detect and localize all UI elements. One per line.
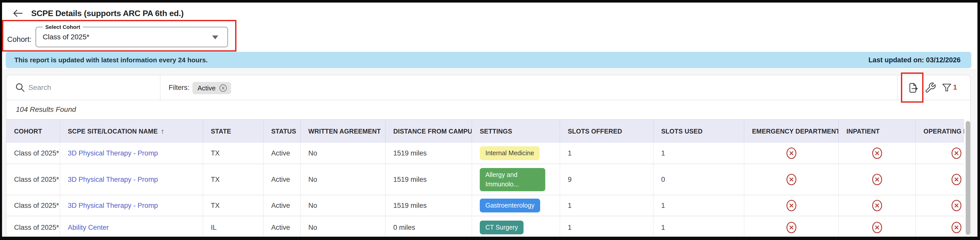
last-updated-label: Last updated on: 03/12/2026 <box>869 56 961 64</box>
setting-chip: Internal Medicine <box>480 146 539 160</box>
setting-chip: Gastroenterology <box>480 199 540 212</box>
cell-distance: 1519 miles <box>386 195 472 216</box>
info-bar-message: This report is updated with latest infor… <box>14 56 208 64</box>
sort-ascending-icon: ↑ <box>161 127 164 135</box>
col-header-settings[interactable]: SETTINGS <box>472 120 560 143</box>
col-header-status[interactable]: STATUS <box>264 120 301 143</box>
cell-distance: 0 miles <box>386 216 472 237</box>
cell-emergency-department <box>745 195 839 216</box>
search-icon <box>15 82 25 93</box>
cell-written-agreement: No <box>301 216 386 237</box>
back-button[interactable] <box>12 9 24 17</box>
cell-slots-offered: 1 <box>560 195 654 216</box>
cell-distance: 1519 miles <box>386 143 472 164</box>
circle-x-icon <box>871 146 883 160</box>
circle-x-icon <box>871 221 883 234</box>
circle-x-icon <box>951 199 963 212</box>
cell-emergency-department <box>745 216 839 237</box>
cell-state: TX <box>203 195 264 216</box>
col-header-cohort[interactable]: COHORT <box>6 120 60 143</box>
col-header-distance[interactable]: DISTANCE FROM CAMPUS <box>386 120 472 143</box>
cell-slots-used: 1 <box>654 216 745 237</box>
left-arrow-icon <box>12 9 24 17</box>
cohort-select-dropdown[interactable]: Select Cohort Class of 2025* <box>35 27 228 47</box>
setting-chip: CT Surgery <box>480 221 523 234</box>
circle-x-icon <box>786 146 797 160</box>
col-header-site-name[interactable]: SCPE SITE/LOCATION NAME ↑ <box>60 120 203 143</box>
toolbar-divider <box>160 75 161 100</box>
filters-label: Filters: <box>169 84 189 92</box>
table-row: Class of 2025* 3D Physical Therapy - Pro… <box>6 195 964 216</box>
table-header-row: COHORT SCPE SITE/LOCATION NAME ↑ STATE S… <box>6 119 964 143</box>
cell-slots-offered: 9 <box>560 164 654 195</box>
table-row: Class of 2025* 3D Physical Therapy - Pro… <box>6 164 964 195</box>
vertical-scrollbar[interactable] <box>966 121 970 235</box>
site-name-link[interactable]: 3D Physical Therapy - Promp <box>68 202 158 210</box>
cell-slots-used: 0 <box>654 164 745 195</box>
cell-operating-room <box>916 143 964 164</box>
circle-x-icon <box>786 173 797 186</box>
col-header-inpatient[interactable]: INPATIENT <box>839 120 916 143</box>
cell-slots-used: 1 <box>654 195 745 216</box>
cell-emergency-department <box>745 164 839 195</box>
scpe-table: COHORT SCPE SITE/LOCATION NAME ↑ STATE S… <box>6 119 964 237</box>
table-row: Class of 2025* 3D Physical Therapy - Pro… <box>6 143 964 164</box>
cell-state: IL <box>203 216 264 237</box>
circle-x-icon <box>951 221 963 234</box>
search-input[interactable] <box>29 75 151 100</box>
cell-inpatient <box>839 164 916 195</box>
cell-state: TX <box>203 164 264 195</box>
site-name-link[interactable]: 3D Physical Therapy - Promp <box>68 149 158 157</box>
cell-operating-room <box>916 195 964 216</box>
col-header-emergency-department[interactable]: EMERGENCY DEPARTMENT <box>745 120 839 143</box>
cell-written-agreement: No <box>301 143 386 164</box>
cell-status: Active <box>264 216 301 237</box>
cell-status: Active <box>264 195 301 216</box>
setting-chip: Allergy and Immunolo... <box>480 168 545 191</box>
page-title: SCPE Details (supports ARC PA 6th ed.) <box>31 9 184 18</box>
site-name-link[interactable]: 3D Physical Therapy - Promp <box>68 176 158 183</box>
cell-emergency-department <box>745 143 839 164</box>
circle-x-icon <box>786 221 797 234</box>
col-header-written-agreement[interactable]: WRITTEN AGREEMENT <box>301 120 386 143</box>
cell-cohort: Class of 2025* <box>6 143 60 164</box>
col-header-state[interactable]: STATE <box>203 120 264 143</box>
cell-operating-room <box>916 216 964 237</box>
cell-inpatient <box>839 216 916 237</box>
circle-x-icon <box>871 199 883 212</box>
remove-filter-icon[interactable] <box>219 84 228 92</box>
export-icon[interactable] <box>907 82 919 94</box>
circle-x-icon <box>951 146 963 160</box>
app-window: SCPE Details (supports ARC PA 6th ed.) C… <box>2 3 977 237</box>
cell-slots-offered: 1 <box>560 216 654 237</box>
col-header-slots-used[interactable]: SLOTS USED <box>654 120 745 143</box>
cell-operating-room <box>916 164 964 195</box>
info-bar: This report is updated with latest infor… <box>6 52 971 68</box>
wrench-icon[interactable] <box>924 82 936 94</box>
circle-x-icon <box>786 199 797 212</box>
cohort-label: Cohort: <box>7 35 32 44</box>
cell-written-agreement: No <box>301 195 386 216</box>
circle-x-icon <box>871 173 883 186</box>
col-header-slots-offered[interactable]: SLOTS OFFERED <box>560 120 654 143</box>
title-bar: SCPE Details (supports ARC PA 6th ed.) <box>12 6 184 21</box>
filter-chip-active[interactable]: Active <box>192 82 231 94</box>
filter-chip-label: Active <box>197 84 216 92</box>
cell-distance: 1519 miles <box>386 164 472 195</box>
filter-count-badge: 1 <box>953 84 957 92</box>
results-summary: 104 Results Found <box>16 100 76 119</box>
cell-cohort: Class of 2025* <box>6 216 60 237</box>
filter-funnel-icon[interactable] <box>941 82 952 93</box>
report-card: Filters: Active <box>6 75 971 237</box>
cohort-select-value: Class of 2025* <box>43 33 89 41</box>
cell-written-agreement: No <box>301 164 386 195</box>
cohort-select-field-label: Select Cohort <box>43 24 83 30</box>
cell-cohort: Class of 2025* <box>6 164 60 195</box>
cell-state: TX <box>203 143 264 164</box>
col-header-operating-room[interactable]: OPERATING ROOM <box>916 120 964 143</box>
circle-x-icon <box>951 173 963 186</box>
cell-cohort: Class of 2025* <box>6 195 60 216</box>
table-toolbar: Filters: Active <box>6 75 970 100</box>
cell-slots-offered: 1 <box>560 143 654 164</box>
site-name-link[interactable]: Ability Center <box>68 224 109 232</box>
